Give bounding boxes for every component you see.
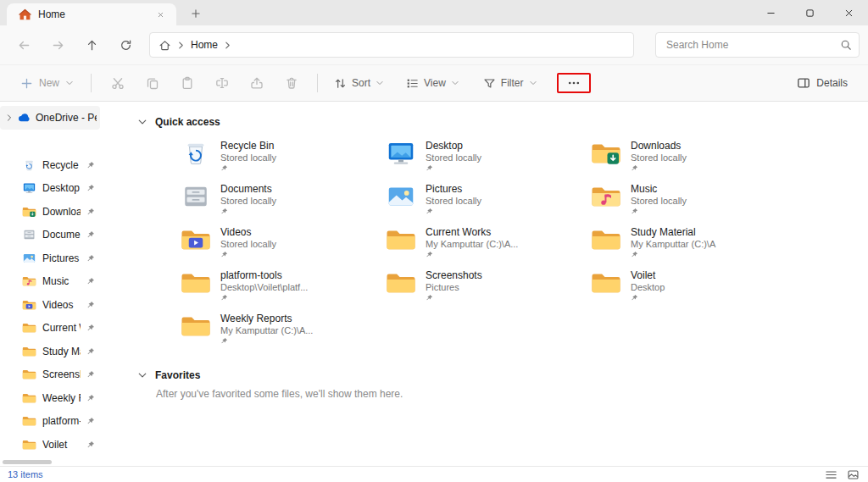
sidebar-item-music[interactable]: Music (0, 270, 100, 294)
share-button[interactable] (239, 69, 274, 97)
up-button[interactable] (76, 31, 107, 58)
close-icon (843, 8, 854, 19)
sidebar-item-study-material[interactable]: Study Materi (0, 340, 100, 363)
sidebar-item-label: Weekly Reports (42, 392, 81, 404)
item-detail: Desktop (631, 281, 665, 293)
filter-button[interactable]: Filter (476, 72, 545, 95)
tab-title: Home (38, 8, 144, 20)
search-input[interactable] (666, 39, 840, 51)
back-button[interactable] (8, 31, 39, 58)
downloads-icon (22, 206, 36, 218)
large-icons-view-toggle[interactable] (845, 468, 860, 481)
sidebar-item-desktop[interactable]: Desktop (0, 177, 100, 201)
minimize-button[interactable] (751, 0, 790, 25)
view-icon (406, 77, 419, 90)
quick-access-item-downloads[interactable]: Downloads Stored locally (591, 140, 796, 183)
see-more-button[interactable] (559, 75, 588, 91)
rename-button[interactable] (204, 69, 239, 97)
sidebar-item-documents[interactable]: Documents (0, 224, 100, 247)
sidebar-item-current-work[interactable]: Current Work (0, 317, 100, 341)
view-button[interactable]: View (398, 72, 467, 95)
item-name: platform-tools (220, 269, 308, 281)
item-name: Weekly Reports (220, 313, 313, 324)
sidebar-item-label: Music (42, 275, 81, 287)
sidebar-item-label: Pictures (42, 252, 81, 264)
quick-access-item-documents[interactable]: Documents Stored locally (181, 183, 386, 226)
sidebar-item-voilet[interactable]: Voilet (0, 433, 100, 457)
item-name: Pictures (426, 183, 481, 195)
quick-access-item-recycle-bin[interactable]: Recycle Bin Stored locally (181, 140, 386, 183)
chevron-right-icon[interactable] (223, 41, 232, 50)
quick-access-item-desktop[interactable]: Desktop Stored locally (386, 140, 591, 183)
cut-button[interactable] (100, 69, 135, 97)
folder-icon (181, 313, 211, 339)
delete-icon (285, 76, 298, 90)
quick-access-item-videos[interactable]: Videos Stored locally (181, 226, 386, 269)
sidebar-item-pictures[interactable]: Pictures (0, 247, 100, 270)
quick-access-item-voilet[interactable]: Voilet Desktop (591, 269, 796, 313)
sidebar-item-label: Voilet (42, 439, 81, 451)
new-tab-button[interactable] (186, 5, 205, 22)
expand-chevron-icon[interactable] (5, 114, 14, 122)
refresh-button[interactable] (110, 31, 141, 58)
item-detail: Stored locally (426, 195, 481, 207)
sidebar-item-downloads[interactable]: Downloads (0, 200, 100, 224)
folder-icon (386, 227, 416, 252)
sort-icon (334, 77, 347, 90)
favorites-header[interactable]: Favorites (137, 369, 868, 381)
chevron-down-icon (451, 79, 459, 87)
sidebar-item-weekly-reports[interactable]: Weekly Reports (0, 386, 100, 410)
quick-access-item-study-material[interactable]: Study Material My Kamputtar (C:)\A (591, 226, 796, 269)
sidebar-horizontal-scrollbar[interactable] (3, 460, 96, 465)
tab-close-button[interactable] (151, 6, 170, 23)
forward-button[interactable] (42, 31, 73, 58)
sidebar-item-screenshots[interactable]: Screenshots (0, 363, 100, 387)
sidebar-item-platform-tools[interactable]: platform-tools (0, 410, 100, 434)
maximize-icon (804, 8, 815, 19)
maximize-button[interactable] (790, 0, 829, 25)
explorer-tab-home[interactable]: Home (7, 3, 176, 25)
quick-access-item-platform-tools[interactable]: platform-tools Desktop\Voilet\platf... (181, 269, 386, 313)
quick-access-item-music[interactable]: Music Stored locally (591, 183, 796, 226)
folder-icon (22, 322, 36, 334)
delete-button[interactable] (274, 69, 309, 97)
quick-access-header[interactable]: Quick access (137, 116, 868, 128)
item-detail: Stored locally (426, 152, 481, 163)
sidebar-item-label: Current Work (42, 322, 81, 334)
chevron-down-icon[interactable] (137, 370, 147, 380)
quick-access-item-current-works[interactable]: Current Works My Kamputtar (C:)\A... (386, 226, 591, 269)
command-toolbar: New Sort View Filter Deta (0, 64, 868, 102)
sidebar-item-onedrive[interactable]: OneDrive - Pers (0, 106, 100, 130)
home-icon[interactable] (159, 39, 171, 52)
quick-access-item-weekly-reports[interactable]: Weekly Reports My Kamputtar (C:)\A... (181, 313, 386, 356)
sidebar-item-videos[interactable]: Videos (0, 293, 100, 317)
scrollbar-thumb[interactable] (3, 460, 52, 464)
paste-button[interactable] (170, 69, 204, 97)
chevron-right-icon[interactable] (176, 41, 186, 50)
folder-icon (22, 392, 36, 404)
quick-access-item-screenshots[interactable]: Screenshots Pictures (386, 269, 591, 313)
sort-button[interactable]: Sort (326, 72, 392, 95)
address-bar[interactable]: Home (149, 32, 634, 58)
new-button[interactable]: New (12, 72, 82, 95)
item-detail: Desktop\Voilet\platf... (220, 281, 308, 293)
close-window-button[interactable] (829, 0, 868, 25)
file-list-area: Quick access Recycle Bin Stored locally … (100, 102, 868, 466)
breadcrumb-home[interactable]: Home (191, 39, 218, 51)
search-box[interactable] (655, 32, 860, 58)
details-button[interactable]: Details (788, 71, 856, 95)
item-name: Recycle Bin (220, 140, 276, 152)
folder-icon (591, 227, 621, 252)
pin-icon (426, 294, 433, 302)
chevron-down-icon[interactable] (137, 117, 147, 127)
item-name: Current Works (426, 226, 518, 238)
copy-button[interactable] (135, 69, 170, 97)
close-icon (157, 11, 164, 19)
list-view-icon (825, 468, 837, 481)
quick-access-item-pictures[interactable]: Pictures Stored locally (386, 183, 591, 226)
sidebar-item-recycle-bin[interactable]: Recycle Bin (0, 153, 100, 177)
details-view-toggle[interactable] (823, 468, 838, 481)
rename-icon (215, 76, 229, 90)
sidebar-item-label: Videos (42, 299, 81, 311)
folder-icon (22, 439, 36, 451)
